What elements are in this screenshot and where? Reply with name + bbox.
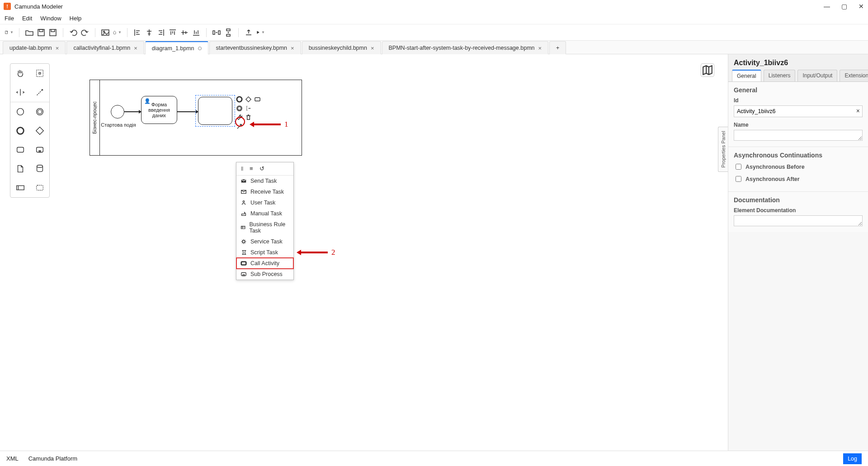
svg-rect-15 — [17, 147, 24, 152]
tab-close-icon[interactable]: × — [134, 45, 137, 52]
end-event-icon[interactable] — [10, 121, 30, 140]
prop-tab-extensions[interactable]: Extensions — [840, 70, 868, 81]
prop-tab-general[interactable]: General — [732, 70, 761, 81]
distribute-h-icon[interactable] — [212, 28, 221, 37]
user-task-form[interactable]: 👤 Форма введення даних — [141, 96, 177, 124]
clear-id-icon[interactable]: × — [856, 107, 860, 114]
tab-update-lab[interactable]: update-lab.bpmn× — [3, 41, 66, 54]
subprocess-icon[interactable] — [30, 140, 49, 159]
type-send-task[interactable]: Send Task — [236, 176, 293, 186]
menu-edit[interactable]: Edit — [22, 15, 32, 22]
id-input[interactable] — [734, 105, 863, 117]
minimize-icon[interactable]: — — [824, 3, 830, 10]
workspace: Бізнес-процес Стартова подія 👤 Форма вве… — [0, 54, 868, 451]
prop-tab-listeners[interactable]: Listeners — [764, 70, 796, 81]
minimap-toggle-icon[interactable] — [701, 63, 714, 77]
gateway-icon[interactable] — [30, 121, 49, 140]
svg-point-5 — [104, 31, 105, 32]
append-gateway-icon[interactable] — [245, 96, 252, 103]
type-user-task[interactable]: User Task — [236, 197, 293, 208]
tab-close-icon[interactable]: × — [538, 45, 542, 52]
connect-tool-icon[interactable] — [30, 83, 49, 102]
hand-tool-icon[interactable] — [10, 64, 30, 83]
space-tool-icon[interactable] — [10, 83, 30, 102]
sequence-flow[interactable] — [124, 111, 141, 112]
close-icon[interactable]: ✕ — [858, 3, 864, 10]
group-icon[interactable] — [30, 178, 49, 197]
undo-icon[interactable] — [69, 28, 78, 37]
align-bottom-icon[interactable] — [192, 28, 201, 37]
lasso-tool-icon[interactable] — [30, 64, 49, 83]
align-right-icon[interactable] — [156, 28, 165, 37]
parallel-mi-icon[interactable]: ⦀ — [241, 165, 243, 172]
async-after-checkbox[interactable]: Asynchronous After — [734, 175, 863, 183]
redo-icon[interactable] — [80, 28, 90, 37]
type-call-activity[interactable]: Call Activity — [236, 258, 293, 269]
annotation-number-1: 1 — [284, 120, 288, 129]
pool-icon[interactable] — [10, 178, 30, 197]
align-middle-icon[interactable] — [180, 28, 189, 37]
task-icon[interactable] — [10, 140, 30, 159]
type-script-task[interactable]: Script Task — [236, 247, 293, 258]
tab-add-button[interactable]: + — [549, 41, 566, 54]
open-icon[interactable] — [25, 28, 34, 37]
svg-point-18 — [37, 165, 42, 168]
align-center-h-icon[interactable] — [145, 28, 154, 37]
append-intermediate-icon[interactable] — [236, 105, 243, 112]
tab-diagram-1[interactable]: diagram_1.bpmn — [145, 41, 208, 54]
distribute-v-icon[interactable] — [224, 28, 233, 37]
data-object-icon[interactable] — [10, 159, 30, 178]
tab-close-icon[interactable]: × — [371, 45, 374, 52]
tab-bussineskeychild[interactable]: bussineskeychild.bpmn× — [302, 41, 381, 54]
tab-close-icon[interactable]: × — [56, 45, 59, 52]
tab-starteventbussineskey[interactable]: starteventbussineskey.bpmn× — [209, 41, 301, 54]
tab-bpmn-start-after[interactable]: BPMN-start-after-system-task-by-received… — [382, 41, 549, 54]
properties-title: Activity_1biivz6 — [728, 54, 868, 70]
run-icon[interactable]: ▼ — [256, 28, 265, 37]
async-before-checkbox[interactable]: Asynchronous Before — [734, 162, 863, 171]
tab-callactivityfinal[interactable]: callactivityfinal-1.bpmn× — [66, 41, 144, 54]
append-end-event-icon[interactable] — [236, 96, 243, 103]
save-icon[interactable] — [37, 28, 46, 37]
type-business-rule-task[interactable]: Business Rule Task — [236, 219, 293, 236]
start-event-icon[interactable] — [10, 102, 30, 121]
status-platform[interactable]: Camunda Platform — [28, 455, 77, 462]
type-manual-task[interactable]: Manual Task — [236, 208, 293, 219]
type-receive-task[interactable]: Receive Task — [236, 186, 293, 197]
type-sub-process[interactable]: Sub Process — [236, 269, 293, 280]
pool-label[interactable]: Бізнес-процес — [90, 80, 100, 155]
window-controls: — ▢ ✕ — [824, 3, 864, 10]
menu-window[interactable]: Window — [40, 15, 61, 22]
sequential-mi-icon[interactable]: ≡ — [250, 165, 253, 172]
properties-panel-toggle[interactable]: Properties Panel — [718, 127, 728, 172]
tab-close-icon[interactable]: × — [291, 45, 294, 52]
prop-tab-input-output[interactable]: Input/Output — [797, 70, 837, 81]
loop-icon[interactable]: ↺ — [259, 165, 264, 172]
maximize-icon[interactable]: ▢ — [841, 3, 847, 10]
align-left-icon[interactable] — [133, 28, 142, 37]
align-top-icon[interactable] — [168, 28, 177, 37]
svg-rect-6 — [213, 31, 215, 34]
color-icon[interactable]: ▼ — [113, 28, 122, 37]
annotation-icon[interactable] — [245, 105, 252, 112]
start-event[interactable] — [111, 105, 124, 119]
name-input[interactable] — [734, 130, 863, 141]
doc-input[interactable] — [734, 215, 863, 226]
status-xml[interactable]: XML — [6, 455, 19, 462]
svg-rect-0 — [5, 31, 8, 33]
selected-task[interactable] — [198, 97, 232, 125]
log-button[interactable]: Log — [843, 453, 862, 464]
type-service-task[interactable]: Service Task — [236, 236, 293, 247]
save-as-icon[interactable] — [48, 28, 57, 37]
menu-file[interactable]: File — [5, 15, 14, 22]
palette — [10, 63, 50, 198]
new-file-icon[interactable]: ▼ — [5, 28, 14, 37]
data-store-icon[interactable] — [30, 159, 49, 178]
intermediate-event-icon[interactable] — [30, 102, 49, 121]
canvas[interactable]: Бізнес-процес Стартова подія 👤 Форма вве… — [0, 54, 728, 451]
service-icon — [241, 238, 247, 245]
menu-help[interactable]: Help — [70, 15, 82, 22]
deploy-icon[interactable] — [244, 28, 253, 37]
image-icon[interactable] — [101, 28, 110, 37]
append-task-icon[interactable] — [254, 96, 261, 103]
